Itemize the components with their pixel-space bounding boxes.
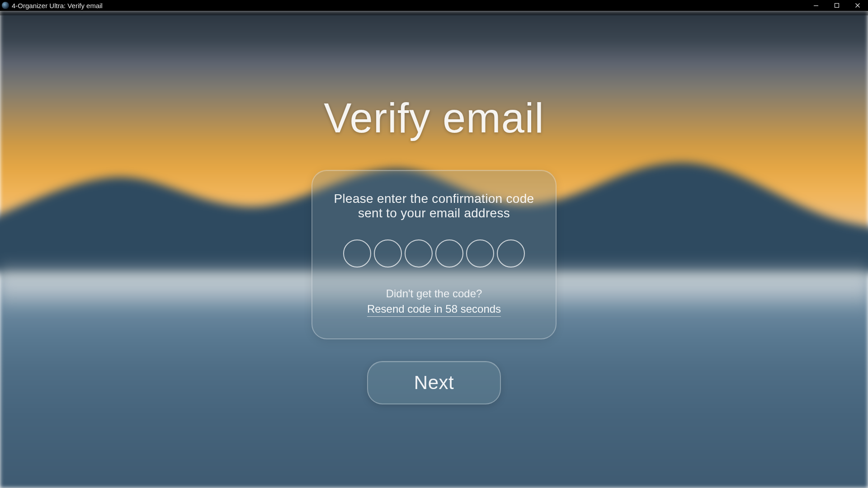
- maximize-icon: [834, 3, 840, 8]
- maximize-button[interactable]: [826, 0, 847, 11]
- close-button[interactable]: [847, 0, 868, 11]
- code-digit-5[interactable]: [466, 239, 494, 267]
- code-input-row: [330, 239, 538, 267]
- stage: Verify email Please enter the confirmati…: [0, 11, 868, 488]
- window-titlebar: 4-Organizer Ultra: Verify email: [0, 0, 868, 11]
- content: Verify email Please enter the confirmati…: [0, 11, 868, 488]
- next-button[interactable]: Next: [367, 361, 501, 404]
- code-digit-1[interactable]: [343, 239, 371, 267]
- app-icon: [2, 2, 9, 9]
- svg-rect-1: [835, 4, 839, 8]
- minimize-icon: [813, 3, 819, 8]
- instruction-line-2: sent to your email address: [358, 206, 510, 220]
- window-title: 4-Organizer Ultra: Verify email: [12, 2, 103, 9]
- window-controls: [806, 0, 868, 11]
- resend-code-link[interactable]: Resend code in 58 seconds: [367, 303, 501, 317]
- code-digit-2[interactable]: [374, 239, 402, 267]
- code-digit-3[interactable]: [405, 239, 433, 267]
- verify-card: Please enter the confirmation code sent …: [311, 170, 557, 339]
- close-icon: [855, 3, 860, 8]
- instruction-text: Please enter the confirmation code sent …: [330, 192, 538, 221]
- code-digit-4[interactable]: [435, 239, 463, 267]
- code-digit-6[interactable]: [497, 239, 525, 267]
- didnt-get-code-label: Didn't get the code?: [330, 287, 538, 300]
- instruction-line-1: Please enter the confirmation code: [334, 192, 534, 206]
- svg-rect-0: [814, 5, 818, 6]
- page-title: Verify email: [324, 94, 544, 142]
- minimize-button[interactable]: [806, 0, 826, 11]
